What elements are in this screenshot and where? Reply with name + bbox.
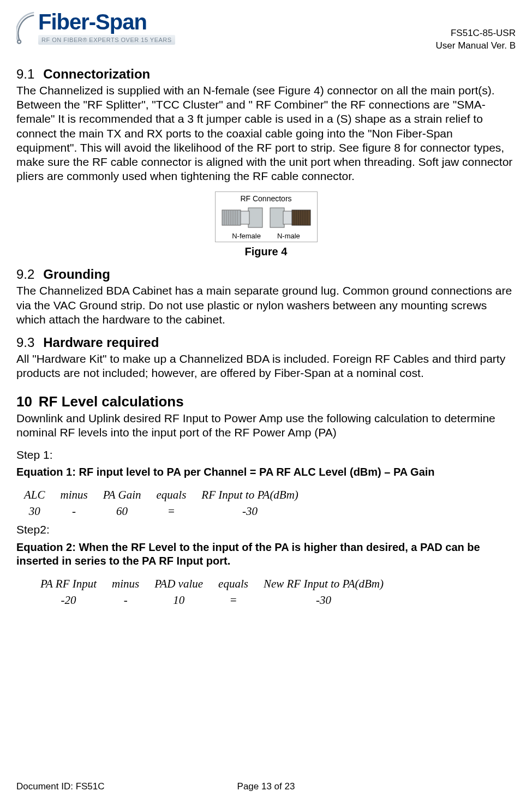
- section-10-intro: Downlink and Uplink desired RF Input to …: [16, 411, 516, 440]
- eq2-h-pad: PAD value: [147, 576, 211, 592]
- footer-page-number: Page 13 of 23: [16, 781, 516, 792]
- eq1-v-equals: =: [149, 503, 194, 519]
- section-number: 9.2: [16, 267, 34, 281]
- svg-rect-13: [283, 211, 293, 224]
- eq1-v-pagain: 60: [95, 503, 149, 519]
- section-9-2-heading: 9.2 Grounding: [16, 266, 516, 283]
- equation-1-table: ALC minus PA Gain equals RF Input to PA(…: [16, 487, 306, 520]
- eq2-v-pad: 10: [147, 592, 211, 608]
- figure-4: RF Connectors: [16, 191, 516, 243]
- eq2-v-parf: -20: [33, 592, 104, 608]
- eq2-v-result: -30: [256, 592, 391, 608]
- eq1-h-rfinput: RF Input to PA(dBm): [194, 487, 306, 503]
- section-title: Hardware required: [43, 335, 159, 350]
- eq2-v-equals: =: [211, 592, 256, 608]
- equation-1-title: Equation 1: RF input level to PA per Cha…: [16, 465, 516, 479]
- section-9-1-body: The Channelized is supplied with an N-fe…: [16, 83, 516, 184]
- n-female-connector-icon: [221, 205, 264, 231]
- logo-arc-icon: [16, 11, 35, 44]
- eq1-v-minus: -: [53, 503, 95, 519]
- eq1-h-minus: minus: [53, 487, 95, 503]
- svg-rect-3: [240, 211, 249, 224]
- figure-4-top-label: RF Connectors: [221, 194, 312, 204]
- eq2-h-equals: equals: [211, 576, 256, 592]
- figure-4-right-label: N-male: [277, 232, 300, 241]
- step-1-label: Step 1:: [16, 448, 516, 462]
- logo-text: Fiber-Span: [38, 11, 175, 33]
- eq2-h-parf: PA RF Input: [33, 576, 104, 592]
- figure-4-caption: Figure 4: [16, 245, 516, 259]
- svg-rect-2: [248, 208, 262, 227]
- section-number: 9.1: [16, 67, 34, 81]
- section-10-heading: 10 RF Level calculations: [16, 393, 516, 411]
- section-title: Grounding: [43, 267, 110, 281]
- section-number: 10: [16, 393, 32, 410]
- page-header: Fiber-Span RF ON FIBER® EXPERTS OVER 15 …: [16, 11, 516, 52]
- section-number: 9.3: [16, 335, 34, 350]
- figure-4-left-label: N-female: [232, 232, 261, 241]
- eq1-h-alc: ALC: [16, 487, 53, 503]
- section-9-2-body: The Channelized BDA Cabinet has a main s…: [16, 284, 516, 327]
- n-male-connector-icon: [269, 205, 312, 231]
- section-title: RF Level calculations: [39, 393, 184, 410]
- section-9-3-heading: 9.3 Hardware required: [16, 334, 516, 351]
- logo: Fiber-Span RF ON FIBER® EXPERTS OVER 15 …: [16, 11, 175, 45]
- section-9-3-body: All "Hardware Kit" to make up a Channeli…: [16, 352, 516, 381]
- eq2-h-minus: minus: [104, 576, 147, 592]
- logo-tagline: RF ON FIBER® EXPERTS OVER 15 YEARS: [38, 35, 175, 45]
- eq2-v-minus: -: [104, 592, 147, 608]
- doc-version: User Manual Ver. B: [436, 40, 516, 52]
- eq2-h-newrf: New RF Input to PA(dBm): [256, 576, 391, 592]
- svg-rect-14: [292, 210, 310, 225]
- section-title: Connectorization: [43, 67, 150, 81]
- eq1-h-equals: equals: [149, 487, 194, 503]
- eq1-v-alc: 30: [16, 503, 53, 519]
- svg-rect-4: [222, 210, 241, 225]
- page-footer: Document ID: FS51C Page 13 of 23: [16, 781, 516, 792]
- doc-code: FS51C-85-USR: [436, 27, 516, 40]
- equation-2-table: PA RF Input minus PAD value equals New R…: [33, 576, 391, 609]
- eq1-v-result: -30: [194, 503, 306, 519]
- eq1-h-pagain: PA Gain: [95, 487, 149, 503]
- equation-2-title: Equation 2: When the RF Level to the inp…: [16, 541, 516, 568]
- svg-point-1: [18, 41, 20, 43]
- step-2-label: Step2:: [16, 523, 516, 537]
- doc-id-block: FS51C-85-USR User Manual Ver. B: [436, 11, 516, 52]
- section-9-1-heading: 9.1 Connectorization: [16, 66, 516, 82]
- svg-rect-12: [270, 208, 284, 227]
